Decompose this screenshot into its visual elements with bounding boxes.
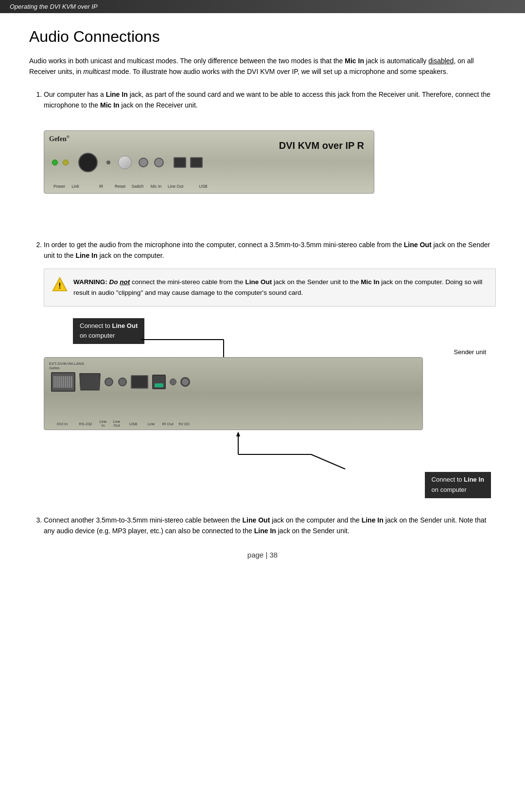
sender-brand: EXT-DVIKVM-LANSGefen [49, 361, 84, 371]
sender-label-5vdc: 5V DC [177, 421, 191, 428]
sender-label-dvi: DVI In [51, 421, 73, 428]
svg-marker-9 [236, 432, 240, 436]
page-content: Audio Connections Audio works in both un… [0, 13, 525, 583]
callout-line-in-box: Connect to Line Inon computer [425, 472, 491, 498]
label-reset: Reset [113, 183, 127, 190]
switch-button [118, 156, 132, 169]
sender-label-linein: LineIn [98, 420, 108, 428]
page-title: Audio Connections [29, 28, 496, 46]
ir-receiver [78, 153, 98, 172]
callout-line-out-box: Connect to Line Outon computer [73, 318, 144, 344]
receiver-brand: Gefen® [49, 135, 70, 143]
step-1-text: Our computer has a Line In jack, as part… [44, 89, 496, 111]
ir-out-port [170, 379, 176, 385]
step-1: Our computer has a Line In jack, as part… [44, 89, 496, 228]
callout-line-in: Connect to Line Inon computer [425, 472, 491, 498]
sender-diagram-wrapper: Connect to Line Outon computer Sender un… [44, 318, 496, 503]
sender-label-link: Link [144, 421, 158, 428]
receiver-device: Gefen® DVI KVM over IP R [44, 130, 374, 194]
callout-line-out: Connect to Line Outon computer [73, 318, 144, 344]
label-usb: USB [191, 183, 215, 190]
sender-label-irout: IR Out [161, 421, 175, 428]
sender-unit-label: Sender unit [454, 347, 487, 358]
usb-port-2 [190, 157, 203, 168]
page-footer: page | 38 [29, 546, 496, 564]
usb-port-1 [174, 157, 186, 168]
intro-paragraph: Audio works in both unicast and multicas… [29, 55, 496, 77]
dvi-in-port [51, 372, 75, 392]
led-power [52, 160, 58, 165]
mic-in-port [139, 158, 148, 167]
receiver-diagram: Connect to microphone Gefen® [44, 130, 384, 228]
receiver-title: DVI KVM over IP R [279, 138, 364, 153]
warning-box: ! WARNING: Do not connect the mini-stere… [44, 269, 496, 306]
receiver-diagram-container: Connect to microphone Gefen® [44, 130, 496, 228]
page-header: Operating the DVI KVM over IP [0, 0, 525, 13]
svg-line-11 [311, 454, 345, 469]
svg-text:!: ! [58, 282, 61, 290]
step-2: In order to get the audio from the micro… [44, 239, 496, 503]
line-in-circle [105, 378, 113, 386]
warning-text: WARNING: Do not connect the mini-stereo … [73, 277, 486, 298]
sender-device: EXT-DVIKVM-LANSGefen [44, 357, 423, 430]
line-out-port [154, 158, 164, 167]
led-link [63, 160, 69, 165]
header-title: Operating the DVI KVM over IP [10, 3, 98, 10]
step-3: Connect another 3.5mm-to-3.5mm mini-ster… [44, 515, 496, 537]
sender-label-usb: USB [125, 421, 141, 428]
label-ir: IR [92, 183, 110, 190]
line-out-circle [118, 378, 127, 386]
sender-label-rs232: RS-232 [76, 421, 95, 428]
label-micin: Mic In [148, 183, 164, 190]
sender-usb-port [131, 375, 148, 389]
step-2-text: In order to get the audio from the micro… [44, 239, 496, 261]
step-3-text: Connect another 3.5mm-to-3.5mm mini-ster… [44, 515, 496, 537]
label-switch: Switch [130, 183, 145, 190]
label-power: Power [52, 183, 67, 190]
steps-list: Our computer has a Line In jack, as part… [29, 89, 496, 537]
rs232-port [79, 373, 101, 391]
warning-icon: ! [52, 277, 68, 292]
reset-button [106, 161, 110, 164]
sender-label-lineout: LineOut [111, 420, 122, 428]
5vdc-port [180, 377, 190, 387]
label-link: Link [70, 183, 81, 190]
page-number: page | 38 [247, 551, 278, 559]
link-port [152, 375, 166, 389]
label-lineout: Line Out [167, 183, 184, 190]
